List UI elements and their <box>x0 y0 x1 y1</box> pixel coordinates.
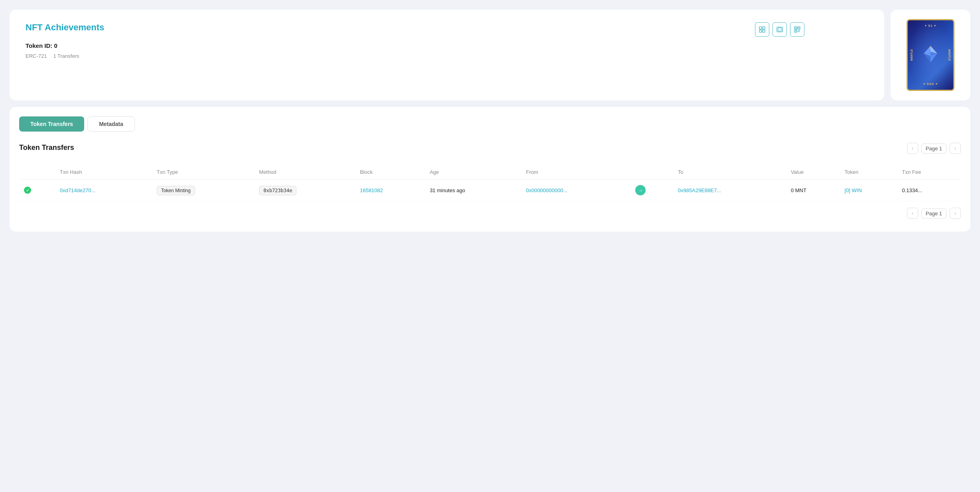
svg-rect-10 <box>798 28 799 28</box>
tab-token-transfers[interactable]: Token Transfers <box>19 116 84 132</box>
tab-metadata[interactable]: Metadata <box>87 116 135 132</box>
token-link[interactable]: [0] WIN <box>845 187 862 193</box>
svg-rect-9 <box>795 28 796 28</box>
svg-rect-12 <box>798 30 799 31</box>
row-arrow: → <box>630 179 673 201</box>
qr-view-button[interactable] <box>790 22 804 37</box>
next-page-button-top[interactable]: › <box>950 143 961 154</box>
nft-card-left-text: MANTLE <box>910 49 913 61</box>
view-icons <box>755 22 804 37</box>
row-method: 0xb723b34e <box>254 179 355 201</box>
token-standard: ERC-721 <box>26 53 47 59</box>
nft-info-card: NFT Achievements Token ID: 0 ERC-721 1 T… <box>10 10 884 100</box>
svg-marker-16 <box>924 46 937 56</box>
bottom-pagination: ‹ Page 1 › <box>19 208 961 219</box>
svg-marker-22 <box>924 51 931 56</box>
col-header-method: Method <box>254 165 355 179</box>
svg-marker-21 <box>931 51 937 56</box>
col-header-txn-type: Txn Type <box>152 165 255 179</box>
prev-page-button-bottom[interactable]: ‹ <box>907 208 918 219</box>
nft-image: ✦ E1 ✦ MANTLE MANTLE ✦ DAO ✦ <box>907 19 954 91</box>
svg-rect-15 <box>799 31 800 32</box>
success-icon: ✓ <box>24 187 31 194</box>
col-header-from: From <box>521 165 630 179</box>
svg-marker-20 <box>931 46 937 53</box>
nft-image-card: ✦ E1 ✦ MANTLE MANTLE ✦ DAO ✦ <box>891 10 970 100</box>
txn-type-badge: Token Minting <box>157 186 195 195</box>
row-txn-fee: 0.1334... <box>897 179 961 201</box>
tabs-row: Token Transfers Metadata <box>19 116 961 132</box>
transfers-count: 1 Transfers <box>53 53 79 59</box>
svg-rect-13 <box>799 30 800 31</box>
row-txn-type: Token Minting <box>152 179 255 201</box>
col-header-txn-hash: Txn Hash <box>55 165 152 179</box>
nft-card-top-text: ✦ E1 ✦ <box>908 24 953 28</box>
token-id: Token ID: 0 <box>26 42 868 49</box>
svg-rect-2 <box>759 30 762 32</box>
top-pagination: ‹ Page 1 › <box>907 143 961 154</box>
token-meta: ERC-721 1 Transfers <box>26 53 868 59</box>
nft-card-bottom-text: ✦ DAO ✦ <box>908 83 953 86</box>
row-to: 0x985A29E88E7... <box>673 179 786 201</box>
svg-marker-19 <box>924 46 931 53</box>
svg-rect-11 <box>795 31 796 31</box>
col-header-txn-fee: Txn Fee <box>897 165 961 179</box>
method-hash: 0xb723b34e <box>259 186 296 195</box>
row-txn-hash: 0xd714de270... <box>55 179 152 201</box>
svg-rect-3 <box>763 30 765 32</box>
block-link[interactable]: 16581082 <box>360 187 383 193</box>
svg-marker-17 <box>931 53 937 63</box>
col-header-age: Age <box>425 165 521 179</box>
page-label-bottom: Page 1 <box>921 209 946 218</box>
col-header-value: Value <box>786 165 840 179</box>
arrow-icon: → <box>635 185 646 195</box>
col-header-block: Block <box>355 165 425 179</box>
svg-rect-0 <box>759 27 762 29</box>
row-age: 31 minutes ago <box>425 179 521 201</box>
section-title: Token Transfers <box>19 144 74 152</box>
to-address-link[interactable]: 0x985A29E88E7... <box>678 187 721 193</box>
row-token: [0] WIN <box>840 179 897 201</box>
svg-marker-23 <box>929 46 932 49</box>
from-address-link[interactable]: 0x00000000000... <box>526 187 567 193</box>
col-header-status <box>19 165 55 179</box>
svg-rect-5 <box>778 28 781 31</box>
nft-card-right-text: MANTLE <box>948 49 951 61</box>
page-label-top: Page 1 <box>921 144 946 154</box>
col-header-arrow <box>630 165 673 179</box>
col-header-to: To <box>673 165 786 179</box>
row-status: ✓ <box>19 179 55 201</box>
svg-marker-18 <box>924 53 931 63</box>
bottom-section: Token Transfers Metadata Token Transfers… <box>10 107 970 232</box>
next-page-button-bottom[interactable]: › <box>950 208 961 219</box>
col-header-token: Token <box>840 165 897 179</box>
row-value: 0 MNT <box>786 179 840 201</box>
table-row: ✓ 0xd714de270... Token Minting 0xb723b34… <box>19 179 961 201</box>
list-view-button[interactable] <box>773 22 787 37</box>
row-from: 0x00000000000... <box>521 179 630 201</box>
svg-rect-1 <box>763 27 765 29</box>
transfers-table: Txn Hash Txn Type Method Block Age From … <box>19 165 961 201</box>
row-block: 16581082 <box>355 179 425 201</box>
svg-rect-14 <box>798 31 798 32</box>
prev-page-button-top[interactable]: ‹ <box>907 143 918 154</box>
nft-title: NFT Achievements <box>26 22 868 33</box>
txn-hash-link[interactable]: 0xd714de270... <box>60 187 96 193</box>
grid-view-button[interactable] <box>755 22 769 37</box>
